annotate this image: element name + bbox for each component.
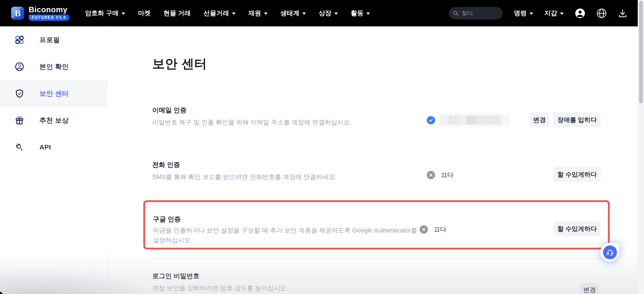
phone-section-text: 전화 인증 SMS를 통해 확인 코드를 받으려면 전화번호를 계정에 연결하세…	[152, 161, 421, 182]
security-center-page: B Biconomy FUTURES V3.0 암호화 구매 마켓 현물 거래 …	[0, 0, 644, 294]
email-section-description: 비밀번호 복구 및 인출 확인을 위해 이메일 주소를 계정에 연결하십시오.	[152, 117, 421, 127]
disabled-x-icon	[427, 171, 435, 179]
email-status	[427, 116, 435, 124]
sidebar-item-label: API	[40, 143, 51, 151]
email-section-heading: 이메일 인증	[152, 106, 421, 114]
sidebar-item-referral-rewards[interactable]: 추천 보상	[0, 107, 107, 134]
vertical-scrollbar[interactable]	[638, 0, 644, 294]
grid-icon	[15, 35, 24, 44]
google-enable-button[interactable]: 할 수있게하다	[554, 221, 600, 236]
headset-icon	[606, 248, 614, 257]
google-buttons: 할 수있게하다	[554, 221, 600, 236]
google-section-description: 자금을 인출하거나 보안 설정을 구성할 때 추가 보안 계층을 제공하도록 G…	[153, 226, 422, 245]
password-section-text: 로그인 비밀번호 계정 보안을 강화하려면 암호 강도를 높이십시오.	[152, 272, 421, 293]
plug-icon	[15, 143, 24, 152]
verified-check-icon	[427, 116, 435, 124]
email-buttons: 변경 장애를 입히다	[529, 112, 600, 127]
login-password-section: 로그인 비밀번호 계정 보안을 강화하려면 암호 강도를 높이십시오.	[152, 272, 600, 293]
password-section-description: 계정 보안을 강화하려면 암호 강도를 높이십시오.	[152, 283, 421, 293]
brand-text: Biconomy FUTURES V3.0	[29, 5, 70, 21]
support-chat-button[interactable]	[600, 243, 619, 262]
google-section-text: 구글 인증 자금을 인출하거나 보안 설정을 구성할 때 추가 보안 계층을 제…	[153, 215, 422, 245]
google-status-label: 끄다	[434, 225, 446, 234]
google-status: 끄다	[420, 225, 446, 234]
google-section-heading: 구글 인증	[153, 215, 422, 223]
phone-enable-button[interactable]: 할 수있게하다	[554, 167, 600, 182]
sidebar-item-identity-verification[interactable]: 본인 확인	[0, 53, 107, 80]
gift-icon	[15, 116, 24, 125]
email-change-button[interactable]: 변경	[529, 112, 550, 127]
brand-logo[interactable]: B Biconomy FUTURES V3.0	[11, 5, 70, 21]
shield-check-icon	[15, 89, 24, 98]
sidebar-item-label: 프로필	[40, 35, 60, 44]
sidebar-item-label: 본인 확인	[40, 62, 69, 71]
person-icon	[15, 62, 24, 71]
sidebar-item-security-center[interactable]: 보안 센터	[0, 80, 107, 107]
email-disable-button[interactable]: 장애를 입히다	[554, 112, 600, 127]
main-content: 보안 센터 이메일 인증 비밀번호 복구 및 인출 확인을 위해 이메일 주소를…	[108, 0, 644, 294]
password-change-button[interactable]: 변경	[580, 282, 600, 294]
settings-sidebar: 프로필 본인 확인 보안 센터	[0, 26, 107, 294]
password-section-heading: 로그인 비밀번호	[152, 272, 421, 280]
phone-status-label: 끄다	[441, 171, 454, 179]
scrollbar-thumb[interactable]	[639, 1, 643, 103]
email-section-text: 이메일 인증 비밀번호 복구 및 인출 확인을 위해 이메일 주소를 계정에 연…	[152, 106, 421, 127]
email-verification-section: 이메일 인증 비밀번호 복구 및 인출 확인을 위해 이메일 주소를 계정에 연…	[152, 106, 600, 127]
phone-verification-section: 전화 인증 SMS를 통해 확인 코드를 받으려면 전화번호를 계정에 연결하세…	[152, 161, 600, 182]
logo-letter: B	[15, 8, 21, 18]
page-title: 보안 센터	[152, 55, 207, 72]
google-auth-section: 구글 인증 자금을 인출하거나 보안 설정을 구성할 때 추가 보안 계층을 제…	[153, 215, 600, 245]
futures-version-badge: FUTURES V3.0	[29, 14, 70, 21]
phone-section-description: SMS를 통해 확인 코드를 받으려면 전화번호를 계정에 연결하세요.	[152, 172, 421, 182]
sidebar-item-label: 추천 보상	[40, 116, 69, 125]
support-chat-circle	[603, 246, 617, 259]
sidebar-item-profile[interactable]: 프로필	[0, 26, 107, 53]
disabled-x-icon	[420, 225, 428, 234]
section-divider	[153, 258, 607, 259]
brand-name: Biconomy	[29, 5, 68, 14]
biconomy-logo-icon: B	[11, 7, 24, 20]
phone-section-heading: 전화 인증	[152, 161, 421, 168]
google-auth-highlight-box: 구글 인증 자금을 인출하거나 보안 설정을 구성할 때 추가 보안 계층을 제…	[143, 200, 610, 250]
phone-buttons: 할 수있게하다	[554, 167, 600, 182]
sidebar-item-api[interactable]: API	[0, 134, 107, 161]
sidebar-item-label: 보안 센터	[40, 89, 69, 98]
phone-status: 끄다	[427, 171, 454, 179]
masked-email-value	[440, 113, 510, 128]
